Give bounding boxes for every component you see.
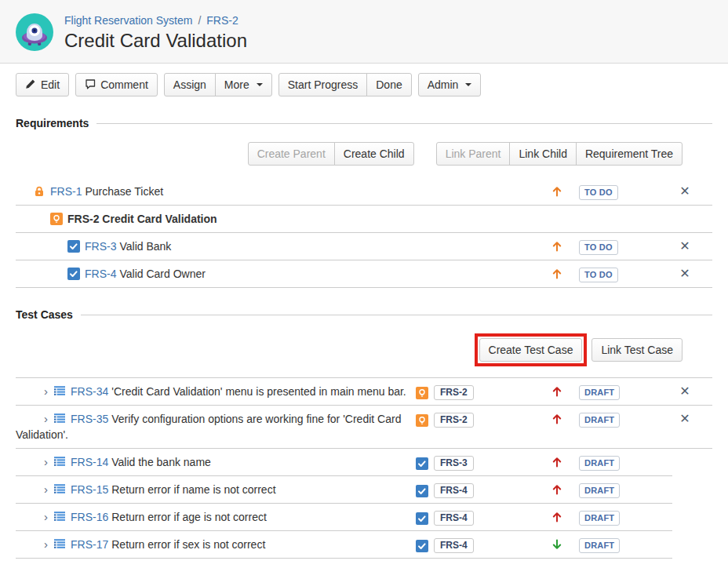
priority-up-red-icon (551, 385, 563, 398)
test-case-row-content: ›FRS-35Verify configuration options are … (16, 406, 416, 448)
requirement-row: FRS-3Valid BankTO DO✕ (16, 233, 712, 260)
test-case-row: ›FRS-14Valid the bank nameFRS-3DRAFT (16, 449, 712, 476)
status-badge: DRAFT (579, 538, 620, 553)
test-case-row-content: ›FRS-17Return error if sex is not correc… (16, 531, 416, 558)
expand-chevron-icon[interactable]: › (44, 411, 48, 427)
linked-issue-badge[interactable]: FRS-2 (434, 413, 474, 428)
linked-issue-badge[interactable]: FRS-4 (434, 511, 474, 526)
link-child-button[interactable]: Link Child (509, 142, 576, 166)
linked-issue-badge[interactable]: FRS-4 (434, 483, 474, 498)
issue-key-link[interactable]: FRS-1 (50, 185, 82, 198)
priority-up-orange-icon (551, 240, 563, 253)
test-cases-table: ›FRS-34'Credit Card Validation' menu is … (16, 377, 712, 559)
expand-chevron-icon[interactable]: › (44, 509, 48, 525)
test-case-row-content: ›FRS-14Valid the bank name (16, 449, 416, 475)
status-badge: TO DO (579, 240, 618, 255)
task-icon (67, 240, 80, 253)
testcase-icon (53, 385, 66, 398)
testcase-icon (53, 538, 66, 551)
linked-requirement: FRS-2 (416, 406, 541, 428)
test-case-row-content: ›FRS-16Return error if age is not correc… (16, 504, 416, 530)
testcase-icon (53, 413, 66, 425)
requirements-table: FRS-1Purchase TicketTO DO✕FRS-2 Credit C… (16, 178, 712, 288)
assign-more-group: Assign More (164, 73, 272, 96)
annotation-highlight-box: Create Test Case (475, 333, 588, 366)
test-case-row: ›FRS-15Return error if name is not corre… (16, 476, 712, 504)
issue-key-link[interactable]: FRS-4 (85, 268, 116, 280)
requirement-row: FRS-2 Credit Card Validation (16, 206, 712, 233)
linked-requirement: FRS-3 (416, 449, 541, 471)
status-badge: DRAFT (579, 456, 620, 471)
requirement-row: FRS-4Valid Card OwnerTO DO✕ (16, 260, 712, 288)
test-case-row: ›FRS-17Return error if sex is not correc… (16, 531, 712, 559)
create-test-case-button[interactable]: Create Test Case (479, 338, 583, 362)
project-avatar-icon (16, 13, 53, 51)
issue-page: Flight Reservation System/FRS-2 Credit C… (0, 0, 728, 568)
expand-chevron-icon[interactable]: › (44, 454, 48, 470)
test-case-row-content: ›FRS-34'Credit Card Validation' menu is … (16, 378, 416, 405)
requirement-row-content: FRS-2 Credit Card Validation (16, 206, 416, 232)
comment-button[interactable]: Comment (75, 73, 158, 96)
issue-key-link[interactable]: FRS-14 (71, 456, 108, 468)
priority-up-red-icon (551, 511, 563, 523)
issue-key-link[interactable]: FRS-34 (71, 385, 108, 398)
issue-key-link[interactable]: FRS-15 (71, 483, 108, 496)
page-title: Credit Card Validation (64, 29, 247, 53)
test-case-row: ›FRS-35Verify configuration options are … (16, 406, 712, 449)
test-case-row-content: ›FRS-15Return error if name is not corre… (16, 476, 416, 503)
issue-key-link[interactable]: FRS-17 (71, 538, 108, 551)
expand-chevron-icon[interactable]: › (44, 482, 48, 497)
issue-summary: Valid Bank (119, 240, 171, 253)
link-test-case-button[interactable]: Link Test Case (592, 338, 682, 362)
expand-chevron-icon[interactable]: › (44, 384, 48, 399)
close-icon[interactable]: ✕ (679, 185, 690, 198)
testcase-icon (53, 483, 66, 496)
create-child-button[interactable]: Create Child (334, 142, 414, 166)
close-icon[interactable]: ✕ (679, 268, 690, 280)
status-badge: DRAFT (579, 483, 620, 498)
issue-summary: Valid the bank name (111, 456, 211, 468)
expand-chevron-icon[interactable]: › (44, 537, 48, 552)
close-icon[interactable]: ✕ (679, 240, 690, 253)
linked-issue-badge[interactable]: FRS-4 (434, 538, 474, 553)
chevron-down-icon (465, 83, 471, 86)
issue-key-link[interactable]: FRS-35 (71, 413, 108, 425)
breadcrumb-project-link[interactable]: Flight Reservation System (64, 14, 192, 27)
test-cases-section: Test Cases Create Test Case Link Test Ca… (0, 308, 728, 559)
more-dropdown-button[interactable]: More (215, 73, 272, 96)
issue-key-link[interactable]: FRS-3 (85, 240, 116, 253)
close-icon[interactable]: ✕ (679, 413, 690, 425)
bulb-icon (50, 213, 63, 225)
linked-requirement: FRS-4 (416, 504, 541, 526)
priority-down-green-icon (551, 538, 563, 551)
task-icon (67, 268, 80, 280)
requirement-row: FRS-1Purchase TicketTO DO✕ (16, 178, 712, 206)
task-icon (416, 457, 428, 470)
edit-button[interactable]: Edit (16, 73, 69, 96)
priority-up-orange-icon (551, 268, 563, 280)
breadcrumb-issue-link[interactable]: FRS-2 (206, 14, 238, 27)
issue-summary: 'Credit Card Validation' menu is present… (111, 385, 406, 398)
requirement-tree-button[interactable]: Requirement Tree (576, 142, 682, 166)
done-button[interactable]: Done (366, 73, 411, 96)
assign-button[interactable]: Assign (164, 73, 216, 96)
task-icon (416, 512, 428, 525)
heading-rule (81, 315, 712, 315)
status-badge: TO DO (579, 185, 618, 200)
close-icon[interactable]: ✕ (679, 385, 690, 398)
linked-issue-badge[interactable]: FRS-2 (434, 385, 474, 400)
test-case-row: ›FRS-34'Credit Card Validation' menu is … (16, 378, 712, 406)
heading-rule (96, 123, 712, 124)
linked-issue-badge[interactable]: FRS-3 (434, 456, 474, 471)
requirement-row-content: FRS-1Purchase Ticket (16, 178, 416, 205)
comment-bubble-icon (85, 78, 96, 92)
current-issue-label: FRS-2 Credit Card Validation (67, 213, 217, 225)
chevron-down-icon (257, 83, 263, 86)
issue-key-link[interactable]: FRS-16 (71, 511, 108, 523)
header-text: Flight Reservation System/FRS-2 Credit C… (64, 13, 247, 53)
priority-up-orange-icon (551, 185, 563, 198)
start-progress-button[interactable]: Start Progress (278, 73, 367, 96)
issue-summary: Return error if age is not correct (111, 511, 267, 523)
admin-dropdown-button[interactable]: Admin (418, 73, 482, 96)
breadcrumb-separator: / (198, 14, 201, 27)
